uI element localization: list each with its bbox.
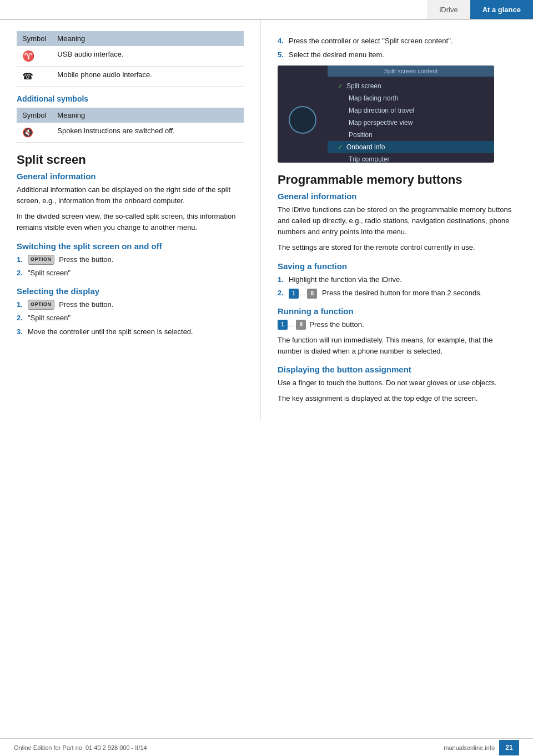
symbol-table-1: Symbol Meaning ♈ USB audio interface. ☎ … [17,31,244,87]
split-screen-title: Split screen [17,153,244,167]
table-row: 🔇 Spoken instructions are switched off. [17,123,244,143]
left-column: Symbol Meaning ♈ USB audio interface. ☎ … [0,20,261,420]
split-screen-menu: ✓ Split screen Map facing north Map dire… [328,77,494,163]
running-text1: Press the button. [309,319,364,330]
step-text: Press the controller or select "Split sc… [289,36,519,47]
menu-item-onboard-info: ✓ Onboard info [328,141,494,153]
running-mem-btn-dots: ... [289,320,295,329]
selecting-heading: Selecting the display [17,286,244,296]
switching-steps-list: 1. OPTION Press the button. 2. "Split sc… [17,254,244,279]
split-screen-content-title: Split screen content [328,65,494,77]
menu-item-position: Position [328,129,494,141]
running-text2: The function will run immediately. This … [278,335,519,357]
table2-col2: Meaning [52,108,244,123]
step-content: OPTION Press the button. [28,299,244,310]
prog-general-info-p1: The iDrive functions can be stored on th… [278,204,519,238]
prog-mem-title: Programmable memory buttons [278,173,519,187]
menu-item-label: Map perspective view [349,119,413,127]
step-text: Move the controller until the split scre… [28,326,244,337]
step-content: 1 ... 8 Press the desired button for mor… [289,288,519,299]
list-item: 2. "Split screen" [17,268,244,279]
tab-at-a-glance-label: At a glance [482,6,521,14]
step-num: 4. [278,36,289,47]
step-text: Press the button. [59,255,113,264]
list-item: 1. OPTION Press the button. [17,299,244,310]
step-num: 1. [278,274,289,285]
step-text: "Split screen" [28,313,244,324]
right-column: 4. Press the controller or select "Split… [261,20,533,420]
page-number: 21 [499,740,519,755]
menu-item-label: Map direction of travel [349,107,414,114]
displaying-p1: Use a finger to touch the buttons. Do no… [278,377,519,389]
checkmark-icon-2: ✓ [338,143,343,151]
table-row: ♈ USB audio interface. [17,46,244,67]
menu-item-map-perspective: Map perspective view [328,117,494,129]
footer-site: manualsonline.info [444,744,495,751]
selecting-steps-list: 1. OPTION Press the button. 2. "Split sc… [17,299,244,337]
checkmark-icon: ✓ [338,82,343,90]
page-footer: Online Edition for Part no. 01 40 2 928 … [0,738,533,756]
step-num: 2. [278,288,289,299]
step-num: 2. [17,313,28,324]
list-item: 1. Highlight the function via the iDrive… [278,274,519,285]
step-num: 2. [17,268,28,279]
split-screen-general-info-p1: Additional information can be displayed … [17,184,244,206]
tab-idrive[interactable]: iDrive [427,0,470,19]
menu-item-label: Map facing north [349,94,398,102]
displaying-p2: The key assignment is displayed at the t… [278,393,519,404]
tab-at-a-glance[interactable]: At a glance [470,0,533,19]
phone-meaning-cell: Mobile phone audio interface. [52,67,244,87]
header-tabs: iDrive At a glance [427,0,533,19]
step-text: Highlight the function via the iDrive. [289,274,519,285]
speaker-off-meaning-cell: Spoken instructions are switched off. [52,123,244,143]
controller-circle-icon [289,106,316,134]
symbol-table-2: Symbol Meaning 🔇 Spoken instructions are… [17,108,244,143]
option-button-icon-2: OPTION [28,300,54,310]
split-screen-general-info-heading: General information [17,172,244,181]
step-text: Press the button. [59,300,113,309]
list-item: 3. Move the controller until the split s… [17,326,244,337]
split-screen-image: Split screen content ✓ Split screen Map … [278,65,494,163]
phone-symbol-cell: ☎ [17,67,52,87]
mem-btn-dots: ... [300,289,306,298]
tab-idrive-label: iDrive [439,6,457,14]
menu-item-label: Onboard info [346,143,385,151]
menu-item-trip-computer: Trip computer [328,153,494,163]
table1-col1: Symbol [17,31,52,46]
step-num: 5. [278,49,289,61]
prog-general-info-heading: General information [278,191,519,201]
step-num: 1. [17,299,28,310]
steps-top-list: 4. Press the controller or select "Split… [278,36,519,60]
menu-item-label: Position [349,131,373,139]
step-text: Select the desired menu item. [289,49,519,61]
footer-text: Online Edition for Part no. 01 40 2 928 … [14,744,147,751]
menu-item-label: Split screen [346,82,381,90]
saving-heading: Saving a function [278,261,519,271]
usb-meaning-cell: USB audio interface. [52,46,244,67]
displaying-heading: Displaying the button assignment [278,365,519,374]
running-btn-group: 1 ... 8 [278,320,306,330]
mem-btn-8: 8 [307,289,317,299]
footer-right: manualsonline.info 21 [444,740,519,755]
step-text: "Split screen" [28,268,244,279]
list-item: 1. OPTION Press the button. [17,254,244,265]
table2-col1: Symbol [17,108,52,123]
running-heading: Running a function [278,306,519,316]
controller-visual [278,77,328,163]
usb-symbol-cell: ♈ [17,46,52,67]
list-item: 2. 1 ... 8 Press the desired button for … [278,288,519,299]
step-num: 3. [17,326,28,337]
table1-col2: Meaning [52,31,244,46]
menu-item-split-screen: ✓ Split screen [328,80,494,92]
speaker-off-icon: 🔇 [22,128,33,137]
table-row: ☎ Mobile phone audio interface. [17,67,244,87]
saving-steps-list: 1. Highlight the function via the iDrive… [278,274,519,299]
switching-heading: Switching the split screen on and off [17,241,244,251]
list-item: 2. "Split screen" [17,313,244,324]
option-button-icon: OPTION [28,255,54,265]
running-mem-btn-1: 1 [278,320,288,330]
page-header: iDrive At a glance [0,0,533,20]
step-text: Press the desired button for more than 2… [322,289,482,297]
mem-btn-1: 1 [289,289,299,299]
phone-icon: ☎ [22,72,33,81]
